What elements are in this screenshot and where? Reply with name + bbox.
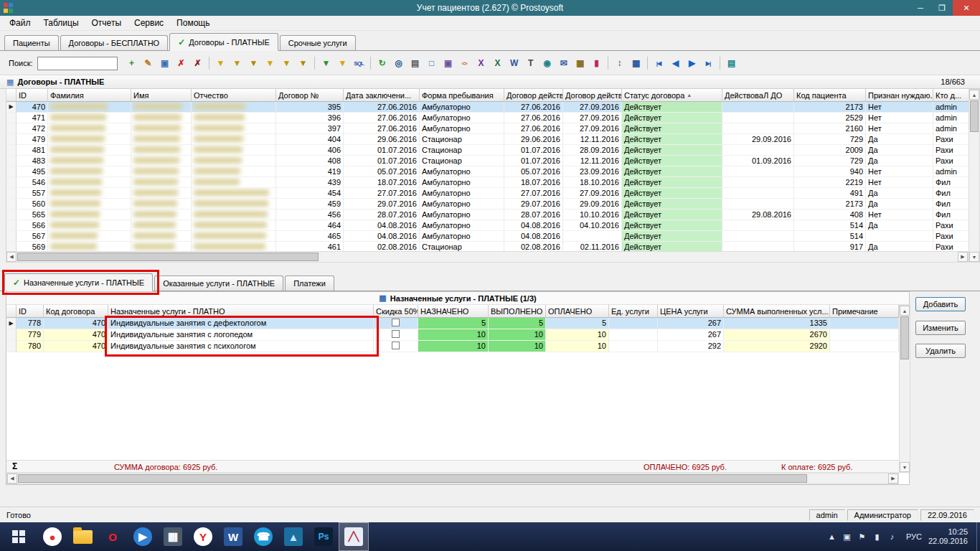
column-header-5[interactable]: ВЫПОЛНЕНО — [489, 305, 546, 318]
discount-checkbox[interactable] — [392, 319, 400, 326]
copy-record-icon[interactable]: ▣ — [157, 56, 172, 71]
table-row[interactable]: 56045929.07.2016Амбулаторно29.07.201629.… — [6, 199, 969, 209]
menu-item-0[interactable]: Файл — [3, 17, 37, 29]
find-icon[interactable]: ◎ — [391, 56, 406, 71]
column-header-8[interactable]: Договор действу... — [563, 89, 622, 102]
hscroll-thumb[interactable] — [17, 253, 319, 261]
contracts-vscrollbar[interactable]: ▲ ▼ — [969, 89, 980, 263]
column-header-2[interactable]: Назначенные услуги - ПЛАТНО — [108, 305, 374, 318]
language-indicator[interactable]: РУС — [906, 532, 922, 541]
scroll-up-icon[interactable]: ▲ — [969, 90, 979, 100]
start-button[interactable] — [0, 522, 37, 551]
table-row[interactable]: 56946102.08.2016Стационар02.08.201602.11… — [6, 242, 969, 251]
column-header-2[interactable]: Имя — [131, 89, 192, 102]
edit-record-icon[interactable]: ✎ — [141, 56, 156, 71]
column-header-0[interactable]: ID — [17, 89, 48, 102]
tray-display-icon[interactable]: ▣ — [839, 532, 854, 542]
filter-clear-icon[interactable]: ▼ — [279, 56, 294, 71]
opera-browser-icon[interactable]: O — [98, 522, 128, 551]
filter-star-icon[interactable]: ▼ — [335, 56, 350, 71]
vscroll-thumb[interactable] — [970, 100, 979, 132]
export-word-icon[interactable]: W — [507, 56, 522, 71]
column-header-9[interactable]: Статус договора▲ — [622, 89, 722, 102]
print-icon[interactable]: ▤ — [407, 56, 423, 71]
column-header-3[interactable]: Отчество — [192, 89, 276, 102]
search-input[interactable] — [37, 57, 118, 70]
table-row[interactable]: 780470Индивидуальные занятия с психолого… — [6, 341, 899, 352]
column-header-7[interactable]: Ед. услуги — [609, 305, 658, 318]
tray-expand-icon[interactable]: ▲ — [824, 532, 839, 541]
vscroll-thumb[interactable] — [900, 316, 909, 359]
delete-many-icon[interactable]: ✗ — [190, 56, 205, 71]
nav-next-icon[interactable]: ▶ — [684, 56, 699, 71]
services-vscrollbar[interactable]: ▲ ▼ — [899, 305, 910, 473]
table-row[interactable]: 49541905.07.2016Амбулаторно05.07.201623.… — [6, 166, 969, 177]
add-button[interactable]: Добавить — [915, 297, 966, 311]
menu-item-1[interactable]: Таблицы — [37, 17, 85, 29]
filter-exclude-icon[interactable]: ▼ — [246, 56, 261, 71]
tab-3[interactable]: Срочные услуги — [280, 35, 356, 50]
file-explorer-icon[interactable] — [67, 522, 98, 551]
close-button[interactable]: ✕ — [953, 0, 980, 16]
export-xml-icon[interactable]: X — [473, 56, 489, 71]
column-header-10[interactable]: Примечание — [830, 305, 899, 318]
edit-button[interactable]: Изменить — [915, 321, 966, 335]
table-row[interactable]: 47239727.06.2016Амбулаторно27.06.201627.… — [6, 123, 969, 134]
column-header-5[interactable]: Дата заключени... — [344, 89, 420, 102]
scroll-left-icon[interactable]: ◀ — [7, 474, 17, 484]
scroll-right-icon[interactable]: ▶ — [958, 252, 968, 262]
column-header-10[interactable]: ДействоваЛ ДО — [722, 89, 794, 102]
column-header-4[interactable]: НАЗНАЧЕНО — [418, 305, 489, 318]
group-icon[interactable]: ▦ — [628, 56, 644, 71]
nav-last-icon[interactable]: ▶| — [701, 56, 716, 71]
column-header-1[interactable]: Код договора — [44, 305, 108, 318]
maximize-button[interactable]: ❐ — [931, 0, 953, 16]
nav-first-icon[interactable]: |◀ — [651, 56, 666, 71]
scroll-down-icon[interactable]: ▼ — [969, 252, 979, 262]
column-header-9[interactable]: СУММА выполненных усл...▲ — [724, 305, 830, 318]
hscroll-thumb[interactable] — [18, 474, 807, 483]
table-row[interactable]: 56746504.08.2016Амбулаторно04.08.2016Дей… — [6, 231, 969, 242]
column-header-11[interactable]: Код пациента — [794, 89, 866, 102]
tab-0[interactable]: Пациенты — [4, 35, 59, 50]
recorder-app-icon[interactable]: ● — [37, 522, 67, 551]
preview-icon[interactable]: □ — [424, 56, 439, 71]
tray-flag-icon[interactable]: ⚑ — [854, 532, 870, 542]
services-tab-1[interactable]: Оказанные услуги - ПЛАТНЫЕ — [154, 276, 283, 291]
table-row[interactable]: 47139627.06.2016Амбулаторно27.06.201627.… — [6, 113, 969, 123]
delete-record-icon[interactable]: ✗ — [174, 56, 189, 71]
column-header-12[interactable]: Признан нуждаю... — [866, 89, 933, 102]
word-icon[interactable]: W — [218, 522, 248, 551]
export-copy-icon[interactable]: ▣ — [440, 56, 456, 71]
column-header-0[interactable]: ID — [17, 305, 44, 318]
column-header-13[interactable]: Кто д... — [933, 89, 969, 102]
discount-checkbox[interactable] — [392, 342, 400, 349]
column-header-4[interactable]: Договор № — [276, 89, 344, 102]
media-player-icon[interactable]: ▶ — [128, 522, 158, 551]
services-tab-0[interactable]: ✓Назначенные услуги - ПЛАТНЫЕ — [4, 273, 153, 291]
tray-volume-icon[interactable]: ♪ — [885, 532, 900, 541]
table-row[interactable]: 48140601.07.2016Стационар01.07.201628.09… — [6, 145, 969, 156]
delete-button[interactable]: Удалить — [915, 344, 966, 358]
add-record-icon[interactable]: + — [124, 56, 139, 71]
export-mail-icon[interactable]: ✉ — [556, 56, 571, 71]
tab-1[interactable]: Договоры - БЕСПЛАТНО — [60, 35, 169, 50]
chart-icon[interactable]: ▮ — [589, 56, 604, 71]
title-bar[interactable]: Учет пациентов (2.627) © Prostoysoft ─ ❐… — [0, 0, 980, 16]
export-excel-icon[interactable]: X — [490, 56, 505, 71]
table-row[interactable]: 56646404.08.2016Амбулаторно04.08.201604.… — [6, 220, 969, 231]
tab-2[interactable]: ✓Договоры - ПЛАТНЫЕ — [169, 33, 278, 51]
scroll-up-icon[interactable]: ▲ — [900, 306, 910, 316]
export-archive-icon[interactable]: ▦ — [573, 56, 588, 71]
refresh-icon[interactable]: ↻ — [374, 56, 390, 71]
sort-icon[interactable]: ↕ — [612, 56, 627, 71]
tray-usb-icon[interactable]: ▮ — [870, 532, 885, 542]
table-row[interactable]: 54643918.07.2016Амбулаторно18.07.201618.… — [6, 177, 969, 188]
photos-app-icon[interactable]: ▲ — [278, 522, 308, 551]
scroll-right-icon[interactable]: ▶ — [888, 474, 898, 484]
calculator-icon[interactable]: ▦ — [158, 522, 188, 551]
column-header-6[interactable]: Форма пребывания — [420, 89, 504, 102]
filter-remove-icon[interactable]: ▼ — [263, 56, 278, 71]
taskbar-clock[interactable]: 10:25 22.09.2016 — [928, 527, 968, 546]
scroll-left-icon[interactable]: ◀ — [6, 252, 17, 262]
